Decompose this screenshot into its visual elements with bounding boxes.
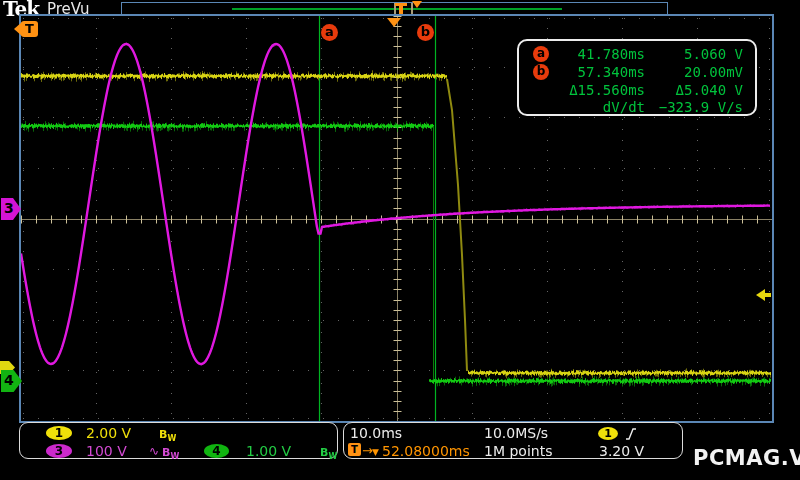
overview-expansion-icon (412, 1, 422, 8)
channel-readout-box[interactable]: 1 2.00 V BW 3 100 V ∿ BW 4 1.00 V BW (19, 422, 338, 459)
cursor-b-badge[interactable]: b (417, 24, 434, 41)
trigger-level-arrow-head (756, 289, 765, 301)
trigger-t-icon: T (348, 443, 361, 456)
trigger-badge-label: T (21, 21, 38, 37)
cursor-delta-value: Δ5.040 V (645, 81, 743, 99)
sample-rate-readout: 10.0MS/s (484, 426, 548, 442)
channel3-coupling-icon: ∿ (149, 444, 159, 460)
channel4-bandwidth-icon: BW (320, 445, 337, 461)
cursor-a-time: 41.780ms (549, 45, 645, 63)
expansion-point-icon (387, 18, 401, 27)
horizontal-trigger-box[interactable]: 10.0ms 10.0MS/s 1 T → ▼ 52.08000ms 1M po… (343, 422, 683, 459)
channel1-badge[interactable]: 1 (46, 426, 72, 440)
trigger-source-badge[interactable]: 1 (598, 427, 618, 440)
channel1-scale[interactable]: 2.00 V (86, 426, 131, 442)
trigger-marker-glyph: ▼ (372, 445, 379, 461)
cursor-delta-time: Δ15.560ms (549, 81, 645, 99)
readout-b-badge: b (533, 64, 549, 80)
cursor-a-value: 5.060 V (645, 45, 743, 63)
dvdt-value: −323.9 V/s (645, 98, 743, 116)
channel3-bandwidth-icon: BW (162, 445, 179, 461)
trigger-level-arrow-tail (765, 293, 771, 297)
readout-a-badge: a (533, 46, 549, 62)
record-length-readout: 1M points (484, 444, 552, 460)
channel3-badge[interactable]: 3 (46, 444, 72, 458)
trigger-delay-readout[interactable]: 52.08000ms (382, 444, 470, 460)
cursor-a-badge[interactable]: a (321, 24, 338, 41)
channel1-bandwidth-icon: BW (159, 427, 176, 443)
trigger-level-arrow-icon[interactable] (756, 289, 772, 301)
channel4-scale[interactable]: 1.00 V (246, 444, 291, 460)
trigger-level-readout[interactable]: 3.20 V (599, 444, 644, 460)
cursor-b-value: 20.00mV (645, 63, 743, 81)
channel3-scale[interactable]: 100 V (86, 444, 127, 460)
trigger-position-badge: T (14, 21, 39, 38)
rising-edge-icon (625, 427, 637, 441)
oscilloscope-screen: Tek PreVu T a b 3 4 a 41.780ms 5.060 V b… (0, 0, 800, 480)
cursor-readout-box: a 41.780ms 5.060 V b 57.340ms 20.00mV Δ1… (517, 39, 757, 116)
cursor-b-time: 57.340ms (549, 63, 645, 81)
overview-waveform-line (232, 8, 562, 10)
channel4-badge[interactable]: 4 (204, 444, 229, 458)
dvdt-label: dV/dt (549, 98, 645, 116)
timebase-readout[interactable]: 10.0ms (350, 426, 402, 442)
watermark: PCMAG.VN (693, 446, 800, 470)
